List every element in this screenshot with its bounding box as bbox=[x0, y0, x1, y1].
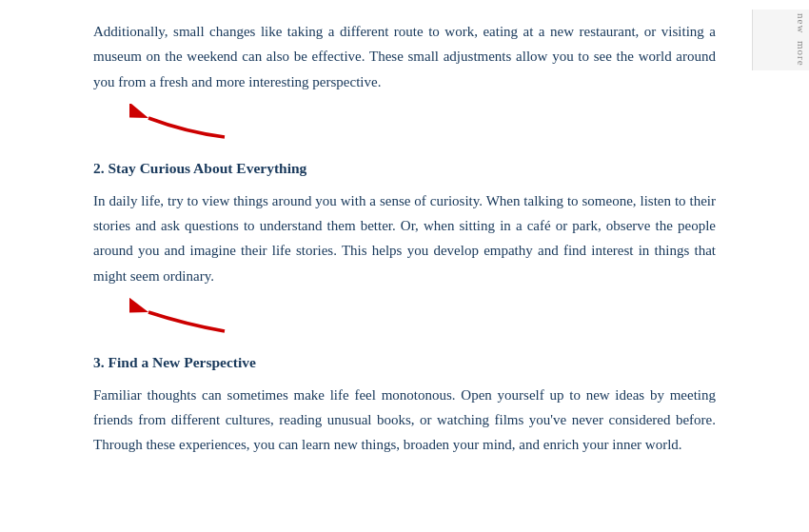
page-container: Additionally, small changes like taking … bbox=[0, 0, 809, 484]
section-3-paragraph: Familiar thoughts can sometimes make lif… bbox=[93, 383, 716, 458]
intro-paragraph-block: Additionally, small changes like taking … bbox=[93, 19, 716, 94]
arrow-1-container bbox=[129, 104, 716, 147]
arrow-2-container bbox=[129, 298, 716, 341]
side-labels-container: new more bbox=[752, 0, 809, 532]
section-2-block: 2. Stay Curious About Everything In dail… bbox=[93, 160, 716, 288]
arrow-1-icon bbox=[129, 104, 234, 147]
side-label-more: more bbox=[752, 37, 809, 70]
arrow-2-icon bbox=[129, 298, 234, 341]
section-2-heading: 2. Stay Curious About Everything bbox=[93, 160, 716, 177]
section-3-heading: 3. Find a New Perspective bbox=[93, 354, 716, 371]
section-3-block: 3. Find a New Perspective Familiar thoug… bbox=[93, 354, 716, 458]
intro-paragraph: Additionally, small changes like taking … bbox=[93, 19, 716, 94]
section-2-paragraph: In daily life, try to view things around… bbox=[93, 188, 716, 288]
side-label-new: new bbox=[752, 10, 809, 37]
